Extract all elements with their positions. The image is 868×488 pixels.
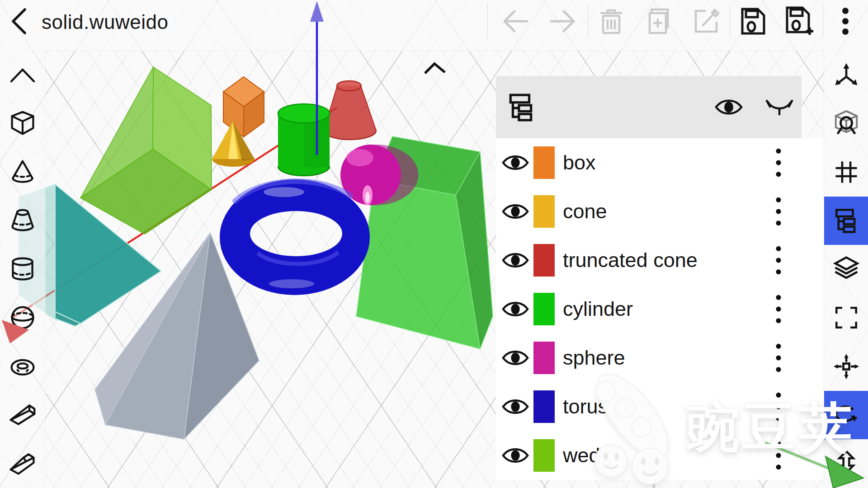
corner-brackets-icon — [833, 305, 859, 331]
move-arrows-icon — [833, 353, 860, 380]
eye-open-icon — [501, 395, 529, 418]
view-structure-button[interactable] — [824, 197, 868, 245]
eye-open-icon — [714, 96, 743, 118]
visibility-toggle[interactable] — [501, 151, 529, 174]
floppy-disk-icon — [739, 6, 767, 36]
object-label: cylinder — [563, 297, 633, 321]
object-row[interactable]: cone — [496, 187, 824, 236]
scene-torus — [220, 179, 370, 295]
sphere-icon — [9, 304, 36, 331]
tool-torus[interactable] — [0, 342, 45, 391]
axis-arrows-icon — [833, 61, 860, 89]
kebab-menu-icon — [773, 197, 784, 226]
scene-truncated-cone — [324, 81, 376, 140]
chevron-up-icon — [9, 66, 37, 84]
view-select-frame-button[interactable] — [824, 294, 868, 343]
watermark-peapod — [585, 368, 703, 488]
watermark-text: 豌豆荚 — [686, 392, 854, 465]
visibility-toggle[interactable] — [501, 395, 529, 418]
show-all-button[interactable] — [714, 96, 743, 118]
object-color-swatch[interactable] — [533, 195, 555, 228]
eye-open-icon — [501, 200, 529, 223]
tool-truncated-wedge[interactable] — [0, 439, 45, 488]
cone-icon — [9, 159, 36, 186]
floppy-disk-plus-icon — [784, 6, 814, 37]
eye-open-icon — [501, 249, 529, 272]
visibility-toggle[interactable] — [501, 249, 529, 272]
trash-icon — [598, 7, 625, 36]
tool-truncated-cone[interactable] — [0, 197, 45, 245]
view-grid-button[interactable] — [824, 148, 868, 197]
shape-toolbar — [0, 51, 46, 488]
duplicate-button[interactable] — [642, 4, 676, 38]
object-row[interactable]: box — [496, 138, 824, 187]
back-button[interactable] — [3, 4, 37, 38]
object-row[interactable]: truncated cone — [496, 236, 824, 285]
delete-button[interactable] — [594, 4, 628, 38]
redo-button[interactable] — [546, 4, 580, 38]
object-color-swatch[interactable] — [533, 342, 555, 374]
torus-icon — [9, 353, 36, 380]
wedge-icon — [9, 401, 36, 428]
toolbar-separator — [823, 4, 823, 38]
object-menu-button[interactable] — [773, 245, 784, 275]
view-move-button[interactable] — [824, 342, 868, 391]
objects-panel-header — [496, 76, 802, 138]
object-label: sphere — [563, 346, 625, 370]
view-axes-button[interactable] — [824, 51, 868, 99]
eye-open-icon — [501, 347, 529, 369]
tool-cylinder[interactable] — [0, 245, 45, 294]
hide-all-button[interactable] — [765, 96, 794, 118]
object-menu-button[interactable] — [773, 148, 784, 178]
layers-icon — [833, 256, 860, 283]
toolbar-separator — [588, 4, 588, 38]
scene-wedge — [80, 67, 212, 234]
eye-open-icon — [501, 444, 529, 467]
visibility-toggle[interactable] — [501, 444, 529, 467]
object-row[interactable]: cylinder — [496, 285, 824, 333]
hierarchy-icon — [507, 92, 537, 122]
copy-plus-icon — [645, 7, 672, 36]
cylinder-icon — [9, 256, 36, 283]
cube-icon — [9, 110, 36, 137]
edit-button[interactable] — [689, 4, 723, 38]
view-layers-button[interactable] — [824, 245, 868, 294]
object-color-swatch[interactable] — [533, 146, 555, 179]
toolbar-separator — [487, 4, 488, 38]
kebab-menu-icon — [841, 7, 850, 36]
save-as-button[interactable] — [782, 4, 816, 38]
save-button[interactable] — [736, 4, 770, 38]
kebab-menu-icon — [773, 148, 784, 178]
toolbar-collapse-button[interactable] — [0, 51, 45, 99]
kebab-menu-icon — [773, 343, 784, 373]
tool-sphere[interactable] — [0, 294, 45, 343]
object-color-swatch[interactable] — [533, 390, 555, 423]
visibility-toggle[interactable] — [501, 298, 529, 320]
app-window: solid.wuweido — [0, 0, 868, 488]
object-menu-button[interactable] — [773, 294, 784, 324]
kebab-menu-icon — [773, 294, 784, 324]
cube-magnifier-icon — [832, 109, 860, 137]
grid-icon — [833, 159, 859, 185]
object-menu-button[interactable] — [773, 197, 784, 226]
arrow-right-icon — [548, 9, 577, 34]
object-color-swatch[interactable] — [533, 293, 555, 325]
tool-cone[interactable] — [0, 148, 45, 197]
top-toolbar: solid.wuweido — [0, 0, 868, 51]
object-color-swatch[interactable] — [533, 244, 555, 277]
visibility-toggle[interactable] — [501, 347, 529, 369]
arrow-left-icon — [501, 9, 530, 34]
document-title: solid.wuweido — [42, 11, 168, 33]
view-cube-button[interactable] — [824, 99, 868, 148]
undo-button[interactable] — [498, 4, 533, 38]
eye-open-icon — [501, 298, 529, 320]
overflow-menu-button[interactable] — [828, 4, 863, 38]
truncated-wedge-icon — [9, 450, 36, 477]
object-menu-button[interactable] — [773, 343, 784, 373]
visibility-toggle[interactable] — [501, 200, 529, 223]
object-color-swatch[interactable] — [533, 439, 555, 472]
tool-box[interactable] — [0, 99, 45, 148]
scene-cylinder — [278, 104, 330, 176]
kebab-menu-icon — [773, 245, 784, 275]
tool-wedge[interactable] — [0, 391, 45, 440]
